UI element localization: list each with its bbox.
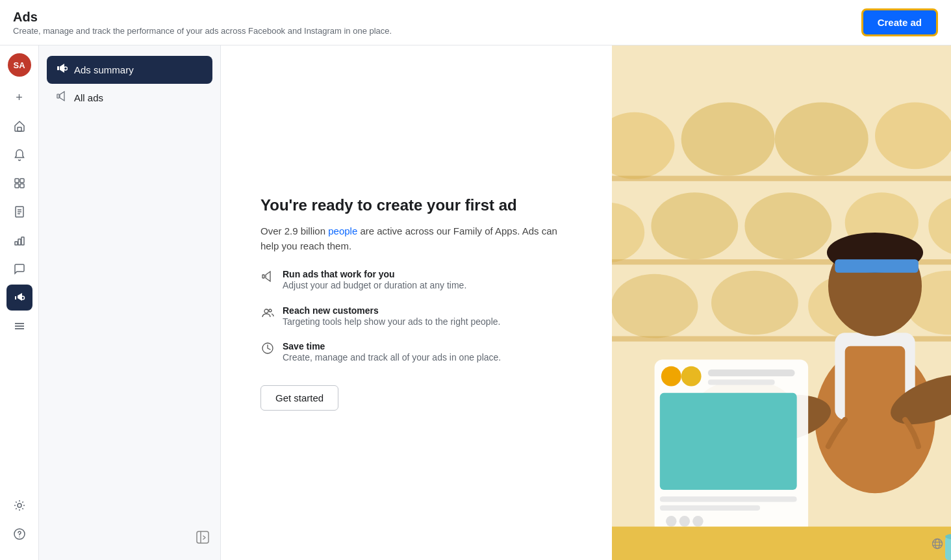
illustration-panel xyxy=(612,45,951,560)
grid-icon[interactable] xyxy=(6,170,32,196)
svg-rect-9 xyxy=(15,242,18,245)
save-time-icon xyxy=(260,342,275,358)
svg-point-41 xyxy=(612,274,698,338)
svg-rect-60 xyxy=(660,393,797,490)
svg-rect-22 xyxy=(197,531,209,543)
feature-item-save-time: Save time Create, manage and track all o… xyxy=(260,341,572,364)
svg-rect-24 xyxy=(262,275,264,278)
svg-rect-53 xyxy=(835,259,919,273)
svg-rect-58 xyxy=(708,370,795,376)
sidebar-item-ads-summary[interactable]: Ads summary xyxy=(47,56,212,84)
people-link[interactable]: people xyxy=(328,225,357,236)
message-icon[interactable] xyxy=(6,256,32,282)
svg-point-25 xyxy=(264,309,268,313)
svg-rect-3 xyxy=(15,184,19,188)
svg-rect-1 xyxy=(15,179,19,183)
svg-point-64 xyxy=(679,516,690,526)
help-icon[interactable] xyxy=(6,521,32,547)
svg-rect-21 xyxy=(57,94,59,98)
feature-text-run-ads: Run ads that work for you Adjust your ad… xyxy=(283,269,466,292)
promo-panel: You're ready to create your first ad Ove… xyxy=(221,45,612,560)
collapse-nav-button[interactable] xyxy=(47,525,212,550)
avatar[interactable]: SA xyxy=(8,53,31,77)
svg-rect-0 xyxy=(18,127,21,131)
svg-point-12 xyxy=(21,296,24,299)
settings-icon[interactable] xyxy=(6,492,32,518)
page-subtitle: Create, manage and track the performance… xyxy=(13,26,392,36)
svg-rect-2 xyxy=(20,179,24,183)
svg-rect-62 xyxy=(660,505,760,511)
all-ads-icon xyxy=(56,90,68,105)
svg-point-70 xyxy=(935,539,940,549)
get-started-button[interactable]: Get started xyxy=(260,385,338,411)
svg-point-36 xyxy=(651,192,738,259)
ads-active-icon[interactable] xyxy=(6,285,32,311)
svg-point-42 xyxy=(711,271,798,335)
feature-item-run-ads: Run ads that work for you Adjust your ad… xyxy=(260,269,572,292)
svg-point-57 xyxy=(681,366,702,387)
reach-customers-icon xyxy=(260,306,275,322)
svg-rect-59 xyxy=(708,379,775,385)
ads-summary-label: Ads summary xyxy=(74,64,134,75)
sidebar-bottom xyxy=(6,492,32,552)
document-icon[interactable] xyxy=(6,199,32,225)
page-title: Ads xyxy=(13,10,392,25)
page-header: Ads Create, manage and track the perform… xyxy=(0,0,951,45)
svg-point-18 xyxy=(19,537,19,537)
main-layout: SA + xyxy=(0,45,951,560)
svg-rect-61 xyxy=(660,496,797,502)
svg-point-65 xyxy=(692,516,703,526)
svg-point-16 xyxy=(18,503,21,507)
all-ads-label: All ads xyxy=(74,92,103,103)
ads-summary-icon xyxy=(56,62,68,77)
svg-point-30 xyxy=(681,102,775,175)
global-icon[interactable] xyxy=(932,538,943,552)
svg-rect-66 xyxy=(612,527,951,560)
svg-point-37 xyxy=(744,192,831,259)
feature-item-reach-customers: Reach new customers Targeting tools help… xyxy=(260,305,572,329)
svg-point-20 xyxy=(64,67,68,70)
svg-point-26 xyxy=(269,309,272,312)
chart-icon[interactable] xyxy=(6,227,32,253)
feature-list: Run ads that work for you Adjust your ad… xyxy=(260,269,572,364)
run-ads-icon xyxy=(260,270,275,286)
svg-rect-11 xyxy=(21,237,24,245)
add-icon[interactable]: + xyxy=(6,84,32,110)
feature-text-reach-customers: Reach new customers Targeting tools help… xyxy=(283,305,500,329)
header-left: Ads Create, manage and track the perform… xyxy=(13,10,392,36)
promo-content: You're ready to create your first ad Ove… xyxy=(260,195,572,411)
svg-point-63 xyxy=(666,516,676,526)
promo-title: You're ready to create your first ad xyxy=(260,195,572,215)
menu-icon[interactable] xyxy=(6,313,32,339)
svg-point-69 xyxy=(933,539,943,549)
nav-sidebar: Ads summary All ads xyxy=(39,45,221,560)
svg-rect-67 xyxy=(945,537,951,560)
promo-description: Over 2.9 billion people are active acros… xyxy=(260,224,572,253)
feature-text-save-time: Save time Create, manage and track all o… xyxy=(283,341,501,364)
content-area: You're ready to create your first ad Ove… xyxy=(221,45,951,560)
svg-point-56 xyxy=(661,366,681,387)
sidebar-item-all-ads[interactable]: All ads xyxy=(47,84,212,112)
svg-rect-34 xyxy=(612,176,951,181)
svg-rect-10 xyxy=(18,239,21,245)
svg-rect-4 xyxy=(20,184,24,188)
create-ad-button[interactable]: Create ad xyxy=(861,8,938,36)
home-icon[interactable] xyxy=(6,113,32,139)
icon-sidebar: SA + xyxy=(0,45,39,560)
notification-icon[interactable] xyxy=(6,142,32,168)
svg-rect-19 xyxy=(57,66,59,70)
svg-point-31 xyxy=(775,102,869,175)
